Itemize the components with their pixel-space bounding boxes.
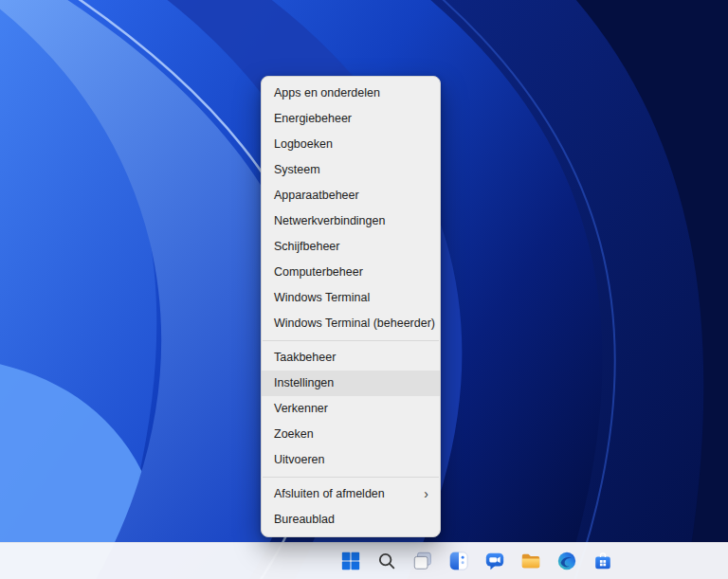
taskbar-file-explorer-button[interactable]: [514, 546, 548, 576]
menu-item-uitvoeren[interactable]: Uitvoeren: [262, 447, 440, 473]
menu-item-apps-en-onderdelen[interactable]: Apps en onderdelen: [262, 81, 440, 106]
search-icon: [376, 551, 397, 571]
windows-logo-icon: [340, 551, 361, 571]
menu-item-instellingen[interactable]: Instellingen: [262, 371, 440, 396]
taskbar-chat-button[interactable]: [478, 546, 512, 576]
taskbar-store-button[interactable]: [586, 546, 620, 576]
menu-item-schijfbeheer[interactable]: Schijfbeheer: [262, 234, 440, 260]
menu-item-logboeken[interactable]: Logboeken: [262, 132, 440, 157]
widgets-icon: [448, 551, 469, 571]
menu-item-computerbeheer[interactable]: Computerbeheer: [262, 260, 440, 285]
menu-item-zoeken[interactable]: Zoeken: [262, 422, 440, 447]
menu-item-apparaatbeheer[interactable]: Apparaatbeheer: [262, 183, 440, 208]
menu-item-taakbeheer[interactable]: Taakbeheer: [262, 345, 440, 371]
taskbar-widgets-button[interactable]: [442, 546, 476, 576]
edge-browser-icon: [556, 551, 577, 571]
menu-item-systeem[interactable]: Systeem: [262, 157, 440, 183]
menu-item-label: Afsluiten of afmelden: [274, 481, 385, 507]
menu-item-verkenner[interactable]: Verkenner: [262, 396, 440, 422]
taskbar-start-button[interactable]: [334, 546, 368, 576]
menu-item-windows-terminal[interactable]: Windows Terminal: [262, 285, 440, 311]
menu-separator: [263, 477, 439, 478]
submenu-chevron-icon: ›: [424, 481, 428, 507]
task-view-icon: [412, 551, 433, 571]
microsoft-store-icon: [592, 551, 613, 571]
menu-item-netwerkverbindingen[interactable]: Netwerkverbindingen: [262, 208, 440, 234]
menu-separator: [263, 340, 439, 341]
menu-item-energiebeheer[interactable]: Energiebeheer: [262, 106, 440, 132]
winx-context-menu: Apps en onderdelen Energiebeheer Logboek…: [261, 76, 441, 537]
chat-icon: [484, 551, 505, 571]
taskbar-edge-button[interactable]: [550, 546, 584, 576]
file-explorer-icon: [520, 551, 541, 571]
taskbar-search-button[interactable]: [370, 546, 404, 576]
menu-item-afsluiten-of-afmelden[interactable]: Afsluiten of afmelden ›: [262, 481, 440, 507]
taskbar-icon-strip: [334, 543, 620, 579]
taskbar: [0, 542, 728, 579]
menu-item-windows-terminal-beheerder[interactable]: Windows Terminal (beheerder): [262, 311, 440, 336]
taskbar-task-view-button[interactable]: [406, 546, 440, 576]
menu-item-bureaublad[interactable]: Bureaublad: [262, 507, 440, 533]
